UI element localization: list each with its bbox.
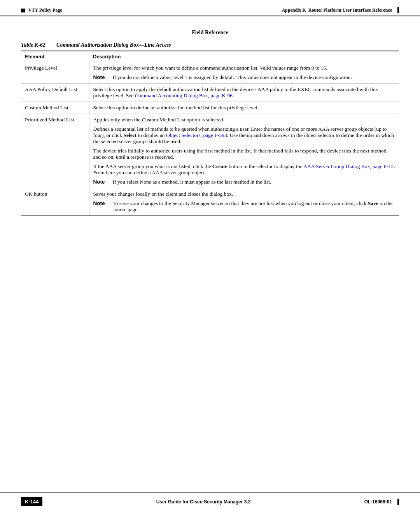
- desc-text-bold-link: If the AAA server group you want is not …: [93, 163, 396, 176]
- header-left: VTY Policy Page: [21, 7, 62, 13]
- footer-bar-icon: [397, 499, 399, 505]
- page-footer: K-144 User Guide for Cisco Security Mana…: [0, 492, 420, 510]
- description-cell: Select this option to define an authoriz…: [89, 102, 399, 114]
- description-cell: The privilege level for which you want t…: [89, 62, 399, 84]
- black-square-icon: [21, 9, 25, 12]
- page-header: VTY Policy Page Appendix K Router Platfo…: [0, 0, 420, 16]
- element-cell: Privilege Level: [21, 62, 89, 84]
- table-row: AAA Policy Default ListSelect this optio…: [21, 84, 399, 102]
- desc-link-aaa[interactable]: AAA Server Group Dialog Box, page F-12: [303, 163, 394, 169]
- element-cell: OK button: [21, 188, 89, 216]
- desc-text: Applies only when the Custom Method List…: [93, 117, 396, 123]
- description-cell: Applies only when the Custom Method List…: [89, 114, 399, 188]
- note-row: NoteIf you do not define a value, level …: [93, 74, 396, 81]
- desc-text: The device tries initially to authorize …: [93, 148, 396, 160]
- page-number: K-144: [21, 497, 42, 506]
- note-label: Note: [93, 74, 110, 80]
- desc-text: Saves your changes locally on the client…: [93, 191, 396, 197]
- col-element-header: Element: [21, 51, 89, 62]
- note-label: Note: [93, 179, 110, 185]
- bold-select: Select: [123, 132, 136, 138]
- header-left-text: VTY Policy Page: [28, 7, 62, 13]
- table-number: Table K-62: [21, 42, 46, 48]
- note-text: If you select None as a method, it must …: [113, 179, 271, 185]
- desc-text: Select this option to define an authoriz…: [93, 105, 396, 111]
- element-cell: AAA Policy Default List: [21, 84, 89, 102]
- desc-text: The privilege level for which you want t…: [93, 65, 396, 71]
- table-label: Table K-62 Command Authorization Dialog …: [21, 42, 399, 48]
- table-row: Custom Method ListSelect this option to …: [21, 102, 399, 114]
- footer-doc-number: OL-16066-01: [364, 499, 392, 505]
- field-reference-heading: Field Reference: [21, 30, 399, 36]
- note-row: NoteTo save your changes to the Security…: [93, 200, 396, 213]
- desc-text-link: Defines a sequential list of methods to …: [93, 126, 396, 145]
- desc-link[interactable]: Object Selectors, page F-593: [166, 132, 227, 138]
- footer-left: K-144: [21, 497, 42, 506]
- footer-center-text: User Guide for Cisco Security Manager 3.…: [42, 499, 364, 505]
- desc-text-link: Select this option to apply the default …: [93, 86, 396, 99]
- table-row: Privilege LevelThe privilege level for w…: [21, 62, 399, 84]
- desc-link[interactable]: Command Accounting Dialog Box, page K-96: [135, 93, 233, 98]
- col-description-header: Description: [89, 51, 399, 62]
- bold-create: Create: [212, 163, 228, 169]
- header-title: Router Platform User Interface Reference: [308, 7, 392, 13]
- footer-right: OL-16066-01: [364, 499, 399, 505]
- main-content: Field Reference Table K-62 Command Autho…: [0, 18, 420, 224]
- table-header-row: Element Description: [21, 51, 399, 62]
- description-cell: Select this option to apply the default …: [89, 84, 399, 102]
- note-row: NoteIf you select None as a method, it m…: [93, 179, 396, 185]
- reference-table: Element Description Privilege LevelThe p…: [21, 51, 399, 216]
- table-row: OK buttonSaves your changes locally on t…: [21, 188, 399, 216]
- table-title: Command Authorization Dialog Box—Line Ac…: [56, 42, 171, 48]
- element-cell: Prioritized Method List: [21, 114, 89, 188]
- header-appendix: Appendix K: [282, 7, 306, 13]
- note-label: Note: [93, 200, 110, 206]
- description-cell: Saves your changes locally on the client…: [89, 188, 399, 216]
- note-text: If you do not define a value, level 1 is…: [113, 74, 352, 81]
- header-bar-icon: [397, 7, 399, 13]
- table-row: Prioritized Method ListApplies only when…: [21, 114, 399, 188]
- note-text: To save your changes to the Security Man…: [113, 200, 396, 213]
- header-right: Appendix K Router Platform User Interfac…: [282, 7, 399, 13]
- element-cell: Custom Method List: [21, 102, 89, 114]
